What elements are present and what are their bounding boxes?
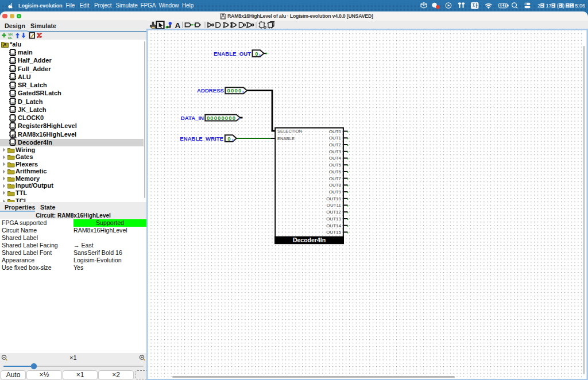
svg-text:(: ( bbox=[557, 3, 559, 9]
svg-text:0000: 0000 bbox=[227, 87, 242, 94]
svg-text:OUT13: OUT13 bbox=[326, 216, 341, 222]
svg-text:ADDRESS: ADDRESS bbox=[197, 87, 225, 94]
svg-text:OUT3: OUT3 bbox=[329, 149, 342, 154]
svg-text:OUT2: OUT2 bbox=[329, 142, 342, 148]
svg-text:OUT15: OUT15 bbox=[326, 230, 341, 235]
svg-text:): ) bbox=[563, 3, 564, 9]
svg-text:OUT8: OUT8 bbox=[329, 183, 342, 188]
svg-text:0: 0 bbox=[227, 135, 230, 142]
svg-text:OUT11: OUT11 bbox=[327, 203, 342, 208]
svg-text:DL: DL bbox=[8, 36, 13, 40]
svg-text:OUT14: OUT14 bbox=[326, 223, 341, 228]
svg-text:4: 4 bbox=[500, 3, 502, 7]
svg-text:OUT12: OUT12 bbox=[326, 210, 341, 215]
svg-text:17: 17 bbox=[546, 3, 551, 9]
svg-text:A: A bbox=[175, 21, 181, 30]
svg-text:2: 2 bbox=[537, 3, 540, 9]
svg-text:0: 0 bbox=[255, 51, 258, 57]
svg-text:OUT6: OUT6 bbox=[329, 169, 342, 175]
svg-text:ENABLE_WRITE: ENABLE_WRITE bbox=[180, 135, 223, 142]
svg-text:OUT9: OUT9 bbox=[329, 189, 342, 195]
svg-text:Decoder4In: Decoder4In bbox=[293, 236, 326, 243]
svg-text:3: 3 bbox=[505, 3, 507, 7]
svg-text:OUT1: OUT1 bbox=[329, 135, 342, 141]
svg-text:OUT4: OUT4 bbox=[329, 156, 342, 161]
svg-text:DATA_IN: DATA_IN bbox=[181, 115, 204, 121]
svg-text:ENABLE_OUT: ENABLE_OUT bbox=[214, 51, 251, 57]
svg-text:SELECTION: SELECTION bbox=[277, 129, 302, 134]
svg-text:OUT5: OUT5 bbox=[329, 162, 342, 168]
svg-text:OUT7: OUT7 bbox=[329, 176, 342, 181]
svg-text:5:06: 5:06 bbox=[575, 3, 586, 9]
svg-text:OUT10: OUT10 bbox=[326, 196, 341, 201]
svg-text:OUT0: OUT0 bbox=[329, 129, 342, 134]
svg-text:00000000: 00000000 bbox=[207, 115, 236, 121]
svg-text:ENABLE: ENABLE bbox=[277, 136, 295, 141]
